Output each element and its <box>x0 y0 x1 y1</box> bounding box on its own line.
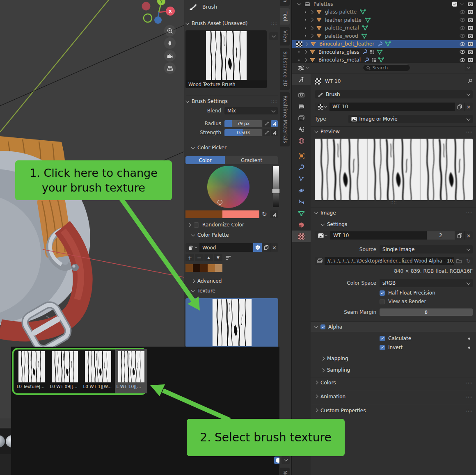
brush-sphere-thumb[interactable] <box>6 435 11 448</box>
alpha-panel-header[interactable]: Alpha <box>311 321 476 332</box>
tab-constraints[interactable] <box>292 196 311 208</box>
sidebar-tab-partial-bottom[interactable]: No <box>280 468 290 475</box>
palette-sort-button[interactable] <box>223 254 233 261</box>
tab-object-data[interactable] <box>292 208 311 219</box>
camera-view-button[interactable] <box>164 50 176 62</box>
editor-type-button[interactable] <box>298 65 308 71</box>
calculate-checkbox[interactable] <box>380 336 385 341</box>
eye-icon[interactable] <box>460 26 465 30</box>
filepath-field[interactable]: //..\..\..\..\..\..\Desktop\Blender...li… <box>325 257 454 265</box>
image-unlink-button[interactable]: × <box>464 231 473 240</box>
strength-pressure-button[interactable] <box>263 129 270 136</box>
tab-object[interactable] <box>292 150 311 162</box>
brush-texture-selector[interactable] <box>185 298 278 347</box>
tab-scene[interactable] <box>292 123 311 135</box>
tab-gradient[interactable]: Gradient <box>225 156 278 164</box>
tab-modifiers[interactable] <box>292 162 311 173</box>
sidebar-tab[interactable]: View <box>280 27 290 46</box>
tab-particles[interactable] <box>292 173 311 185</box>
palette-fake-user-button[interactable] <box>253 243 262 252</box>
value-slider[interactable] <box>273 166 279 207</box>
texture-section-header[interactable]: Texture <box>192 288 278 294</box>
eye-icon[interactable] <box>460 58 465 62</box>
preview-panel-header[interactable]: Preview :::: <box>311 126 476 136</box>
tab-color[interactable]: Color <box>185 156 225 164</box>
tab-render[interactable] <box>292 89 311 100</box>
collapsed-panel-header[interactable]: Colors :::: <box>311 377 476 388</box>
partial-fake-user-button[interactable] <box>274 457 279 464</box>
radius-slider[interactable]: 79 px <box>224 120 262 127</box>
tab-world[interactable] <box>292 135 311 146</box>
partial-dropdown-button[interactable] <box>281 456 290 464</box>
animate-dot-icon[interactable] <box>468 338 470 340</box>
collapsed-panel-header[interactable]: Animation :::: <box>311 391 476 402</box>
camera-visibility-icon[interactable] <box>467 41 474 46</box>
expand-icon[interactable] <box>310 18 314 22</box>
expand-icon[interactable] <box>310 34 314 38</box>
pan-button[interactable] <box>164 37 176 49</box>
settings-subpanel-header[interactable]: Settings <box>321 221 473 228</box>
invert-checkbox[interactable] <box>380 345 385 350</box>
strength-slider[interactable]: 0.503 <box>224 129 262 136</box>
tab-tool[interactable] <box>292 74 311 85</box>
palette-remove-button[interactable]: − <box>195 254 204 261</box>
tab-output[interactable] <box>292 100 311 112</box>
camera-visibility-icon[interactable] <box>467 2 474 7</box>
animate-dot-icon[interactable] <box>468 347 470 349</box>
camera-visibility-icon[interactable] <box>467 50 474 55</box>
randomize-color-row[interactable]: Randomize Color <box>188 222 244 228</box>
drag-dots-icon[interactable]: :::: <box>466 409 473 413</box>
texture-context-dropdown[interactable]: Brush <box>315 90 473 98</box>
outliner-row[interactable]: palette_metal <box>292 24 476 32</box>
colorspace-dropdown[interactable]: sRGB <box>380 279 473 287</box>
brush-asset-section-header[interactable]: Brush Asset (Unsaved) :::: <box>186 21 278 26</box>
image-browse-button[interactable] <box>315 231 330 240</box>
pin-icon[interactable] <box>467 78 473 84</box>
brush-sphere-thumb[interactable] <box>0 435 5 448</box>
open-file-button[interactable] <box>454 257 464 265</box>
radius-pressure-button[interactable] <box>263 120 270 127</box>
expand-icon[interactable] <box>310 26 314 30</box>
palette-unlink-button[interactable]: × <box>270 243 278 252</box>
gizmo-negy-ball[interactable] <box>144 14 152 22</box>
image-name-field[interactable]: WT 10 <box>330 231 427 240</box>
navigation-gizmo[interactable]: Y X <box>135 0 181 29</box>
blend-dropdown[interactable]: Mix <box>224 107 278 114</box>
palette-swatch[interactable] <box>185 264 193 272</box>
properties-search[interactable]: Search <box>363 64 410 71</box>
camera-visibility-icon[interactable] <box>467 18 474 23</box>
texture-name-field[interactable]: WT 10 <box>330 103 455 111</box>
image-pack-button[interactable] <box>315 257 325 265</box>
texture-browse-button[interactable] <box>315 103 330 111</box>
collapsed-subpanel-header[interactable]: Sampling <box>321 366 473 374</box>
type-dropdown[interactable]: Image or Movie <box>348 115 473 123</box>
drag-dots-icon[interactable]: :::: <box>466 395 473 399</box>
image-users-button[interactable]: 2 <box>427 231 455 240</box>
alpha-checkbox[interactable] <box>320 324 325 329</box>
tab-physics[interactable] <box>292 185 311 196</box>
camera-visibility-icon[interactable] <box>467 25 474 30</box>
texture-thumbnail-item[interactable]: L0 WT 09|[... <box>48 349 81 393</box>
drag-dots-icon[interactable]: :::: <box>271 21 278 25</box>
color-pressure-toggle[interactable] <box>270 210 278 218</box>
camera-visibility-icon[interactable] <box>467 57 474 62</box>
swap-colors-icon[interactable]: ↻ <box>262 210 267 218</box>
drag-dots-icon[interactable]: :::: <box>271 99 278 103</box>
eye-icon[interactable] <box>460 50 465 54</box>
color-picker-section-header[interactable]: Color Picker <box>192 145 278 151</box>
brush-asset-dropdown-button[interactable] <box>269 32 278 40</box>
primary-color-swatch[interactable] <box>185 210 222 218</box>
outliner-collection-row[interactable]: Palettes <box>292 0 476 8</box>
preview-resize-handle[interactable]: :::: <box>315 200 473 204</box>
color-palette-section-header[interactable]: Color Palette <box>192 232 278 238</box>
palette-swatch[interactable] <box>200 264 208 272</box>
texture-unlink-button[interactable]: × <box>464 103 473 111</box>
texture-thumbnail-item[interactable]: L0 Texture|... <box>15 349 48 393</box>
collection-restrict-icon[interactable] <box>460 1 465 5</box>
outliner-row[interactable]: Binoculars_glass <box>292 48 476 56</box>
half-float-checkbox[interactable] <box>380 290 385 296</box>
source-dropdown[interactable]: Single Image <box>380 245 473 253</box>
collection-checkbox[interactable] <box>452 2 457 7</box>
drag-dots-icon[interactable]: :::: <box>466 211 473 215</box>
palette-name-field[interactable]: Wood <box>199 243 253 252</box>
